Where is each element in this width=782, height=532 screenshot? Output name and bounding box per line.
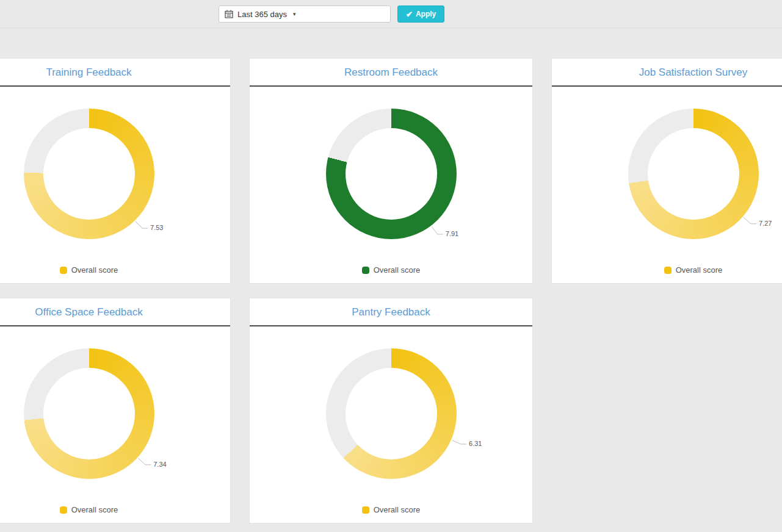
chart-card-restroom-feedback: Restroom Feedback 7.91 Overall score bbox=[249, 58, 533, 284]
donut-ring bbox=[326, 109, 457, 239]
legend-label: Overall score bbox=[71, 505, 118, 514]
data-label-value: 7.91 bbox=[446, 230, 458, 237]
donut-hole bbox=[346, 368, 437, 459]
apply-button[interactable]: ✔ Apply bbox=[397, 5, 444, 23]
chart-title: Pantry Feedback bbox=[250, 298, 532, 326]
legend-label: Overall score bbox=[676, 265, 723, 275]
donut-ring bbox=[24, 348, 154, 479]
legend-marker-icon bbox=[362, 267, 369, 274]
apply-button-label: Apply bbox=[416, 10, 436, 18]
legend-marker-icon bbox=[60, 267, 67, 274]
legend-item[interactable]: Overall score bbox=[552, 265, 782, 275]
chart-title: Office Space Feedback bbox=[0, 298, 230, 326]
legend-marker-icon bbox=[362, 506, 369, 514]
legend-label: Overall score bbox=[71, 265, 118, 275]
donut-chart: 7.91 Overall score bbox=[250, 87, 532, 282]
data-label-value: 7.27 bbox=[759, 220, 772, 227]
chart-card-pantry-feedback: Pantry Feedback 6.31 Overall score bbox=[249, 298, 533, 523]
date-range-label: Last 365 days bbox=[237, 10, 287, 19]
legend-item[interactable]: Overall score bbox=[250, 265, 532, 275]
date-range-selector[interactable]: Last 365 days ▾ bbox=[219, 5, 391, 23]
legend-marker-icon bbox=[664, 267, 672, 274]
chart-card-office-space-feedback: Office Space Feedback 7.34 Overall score bbox=[0, 298, 231, 523]
caret-down-icon: ▾ bbox=[293, 11, 296, 17]
data-label-value: 6.31 bbox=[469, 440, 482, 447]
donut-ring bbox=[628, 109, 759, 239]
chart-card-job-satisfaction-survey: Job Satisfaction Survey 7.27 Overall sco… bbox=[551, 58, 782, 284]
legend-item[interactable]: Overall score bbox=[0, 505, 230, 514]
donut-hole bbox=[648, 128, 739, 220]
chart-title: Job Satisfaction Survey bbox=[552, 59, 782, 87]
calendar-icon bbox=[225, 10, 233, 18]
donut-ring bbox=[24, 109, 154, 239]
legend-label: Overall score bbox=[374, 265, 421, 275]
donut-chart: 7.34 Overall score bbox=[0, 326, 230, 522]
chart-title: Restroom Feedback bbox=[250, 59, 532, 87]
toolbar: Last 365 days ▾ ✔ Apply bbox=[0, 0, 782, 28]
donut-ring bbox=[326, 348, 457, 479]
legend-item[interactable]: Overall score bbox=[0, 265, 230, 275]
legend-marker-icon bbox=[60, 506, 67, 514]
dashboard-grid: Training Feedback 7.53 Overall score Res… bbox=[0, 58, 782, 523]
donut-hole bbox=[43, 128, 135, 220]
donut-chart: 6.31 Overall score bbox=[250, 326, 532, 522]
check-icon: ✔ bbox=[406, 10, 413, 19]
donut-hole bbox=[346, 128, 437, 220]
data-label-value: 7.34 bbox=[153, 461, 166, 468]
chart-card-training-feedback: Training Feedback 7.53 Overall score bbox=[0, 58, 231, 284]
chart-title: Training Feedback bbox=[0, 59, 230, 87]
legend-item[interactable]: Overall score bbox=[250, 505, 532, 514]
donut-chart: 7.53 Overall score bbox=[0, 87, 230, 282]
donut-hole bbox=[43, 368, 135, 459]
data-label-value: 7.53 bbox=[150, 224, 163, 231]
donut-chart: 7.27 Overall score bbox=[552, 87, 782, 282]
legend-label: Overall score bbox=[374, 505, 421, 514]
